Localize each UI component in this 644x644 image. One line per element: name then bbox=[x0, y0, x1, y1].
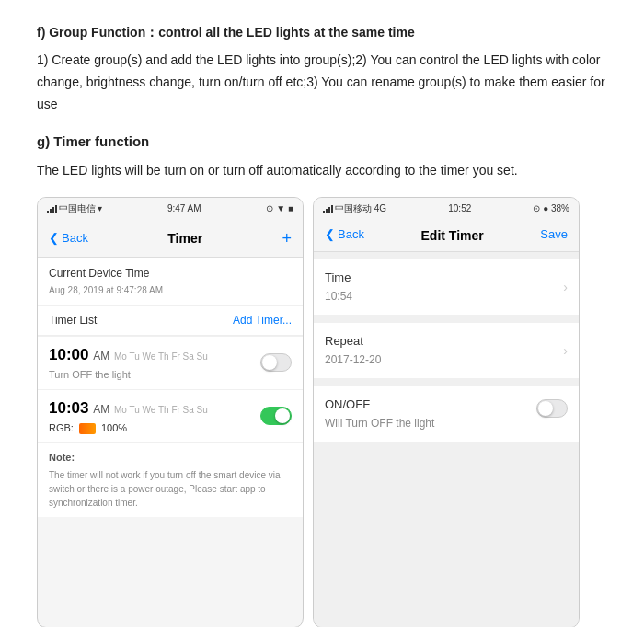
time-right: 10:52 bbox=[448, 201, 471, 216]
repeat-row-label: Repeat bbox=[325, 332, 381, 351]
rgb-swatch bbox=[79, 423, 96, 434]
carrier-right: 中国移动 4G bbox=[335, 201, 386, 216]
device-time-label: Current Device Time bbox=[49, 265, 292, 282]
timer-2-toggle[interactable] bbox=[260, 407, 292, 425]
timer-1-days: Mo Tu We Th Fr Sa Su bbox=[114, 351, 208, 362]
time-row[interactable]: Time 10:54 › bbox=[314, 259, 579, 316]
back-button-left[interactable]: ❮ Back bbox=[49, 229, 88, 248]
phones-container: 中国电信 ▾ 9:47 AM ⊙ ▼ ■ ❮ Back Timer + Curr… bbox=[37, 197, 607, 627]
nav-bar-right: ❮ Back Edit Timer Save bbox=[314, 220, 579, 252]
timer-2-time: 10:03 AM Mo Tu We Th Fr Sa Su bbox=[49, 396, 208, 420]
separator-1 bbox=[314, 316, 579, 323]
nav-bar-left: ❮ Back Timer + bbox=[38, 220, 303, 259]
time-row-label: Time bbox=[325, 269, 352, 288]
section-f-body: 1) Create group(s) and add the LED light… bbox=[37, 50, 607, 115]
status-bar-right: 中国移动 4G 10:52 ⊙ ● 38% bbox=[314, 198, 579, 220]
separator-top bbox=[314, 252, 579, 259]
timer-1-toggle[interactable] bbox=[260, 353, 292, 372]
device-time-section: Current Device Time Aug 28, 2019 at 9:47… bbox=[38, 258, 303, 305]
on-off-toggle[interactable] bbox=[536, 399, 568, 418]
timer-1-time: 10:00 AM Mo Tu We Th Fr Sa Su bbox=[49, 342, 208, 367]
add-timer-button[interactable]: Add Timer... bbox=[233, 312, 292, 329]
back-label-right: Back bbox=[338, 225, 364, 245]
time-row-value: 10:54 bbox=[325, 288, 352, 305]
note-box: Note: The timer will not work if you tur… bbox=[38, 443, 303, 517]
status-bar-left: 中国电信 ▾ 9:47 AM ⊙ ▼ ■ bbox=[38, 198, 303, 220]
phone-right: 中国移动 4G 10:52 ⊙ ● 38% ❮ Back Edit Timer … bbox=[313, 197, 580, 627]
timer-list-header: Timer List Add Timer... bbox=[38, 306, 303, 336]
section-g-body: The LED lights will be turn on or turn o… bbox=[37, 160, 607, 182]
nav-title-right: Edit Timer bbox=[421, 225, 484, 246]
nav-title-left: Timer bbox=[167, 228, 202, 248]
timer-1-desc: Turn OFF the light bbox=[49, 367, 208, 384]
note-title: Note: bbox=[49, 450, 292, 466]
phone-left-content: Current Device Time Aug 28, 2019 at 9:47… bbox=[38, 258, 303, 517]
chevron-right-time: › bbox=[563, 277, 568, 297]
device-time-value: Aug 28, 2019 at 9:47:28 AM bbox=[49, 283, 292, 298]
repeat-row-value: 2017-12-20 bbox=[325, 351, 381, 369]
section-f: f) Group Function：control all the LED li… bbox=[37, 22, 607, 116]
time-left: 9:47 AM bbox=[167, 201, 201, 216]
status-icons-right: ⊙ ● 38% bbox=[533, 201, 569, 216]
add-timer-nav-button[interactable]: + bbox=[282, 225, 292, 252]
on-off-section: ON/OFF Will Turn OFF the light bbox=[314, 386, 579, 443]
back-button-right[interactable]: ❮ Back bbox=[325, 225, 364, 245]
on-off-label: ON/OFF bbox=[325, 396, 434, 415]
section-f-heading: f) Group Function：control all the LED li… bbox=[37, 22, 607, 42]
back-label-left: Back bbox=[62, 229, 88, 248]
brightness-value: 100% bbox=[101, 420, 127, 437]
repeat-row[interactable]: Repeat 2017-12-20 › bbox=[314, 323, 579, 379]
section-g: g) Timer function The LED lights will be… bbox=[37, 131, 607, 182]
timer-item-2: 10:03 AM Mo Tu We Th Fr Sa Su RGB: 100% bbox=[38, 390, 303, 443]
note-text: The timer will not work if you turn off … bbox=[49, 468, 292, 510]
wifi-icon: ▾ bbox=[98, 201, 102, 216]
timer-2-rgb-row: RGB: 100% bbox=[49, 420, 208, 437]
save-button[interactable]: Save bbox=[540, 225, 568, 245]
signal-icon-right bbox=[323, 204, 333, 213]
phone-right-content: Time 10:54 › Repeat 2017-12-20 › ON/OFF bbox=[314, 252, 579, 627]
signal-icon bbox=[47, 204, 57, 213]
timer-2-days: Mo Tu We Th Fr Sa Su bbox=[114, 405, 208, 415]
separator-3 bbox=[314, 443, 579, 627]
carrier-left: 中国电信 bbox=[59, 201, 96, 216]
section-g-heading: g) Timer function bbox=[37, 131, 607, 153]
timer-list-label: Timer List bbox=[49, 312, 97, 329]
chevron-left-icon-right: ❮ bbox=[325, 225, 335, 245]
chevron-left-icon: ❮ bbox=[49, 229, 59, 248]
rgb-label: RGB: bbox=[49, 420, 74, 437]
on-off-sub: Will Turn OFF the light bbox=[325, 415, 434, 432]
timer-item-1: 10:00 AM Mo Tu We Th Fr Sa Su Turn OFF t… bbox=[38, 337, 303, 389]
phone-left: 中国电信 ▾ 9:47 AM ⊙ ▼ ■ ❮ Back Timer + Curr… bbox=[37, 197, 304, 627]
chevron-right-repeat: › bbox=[563, 340, 568, 361]
separator-2 bbox=[314, 379, 579, 386]
status-icons-left: ⊙ ▼ ■ bbox=[266, 201, 293, 216]
